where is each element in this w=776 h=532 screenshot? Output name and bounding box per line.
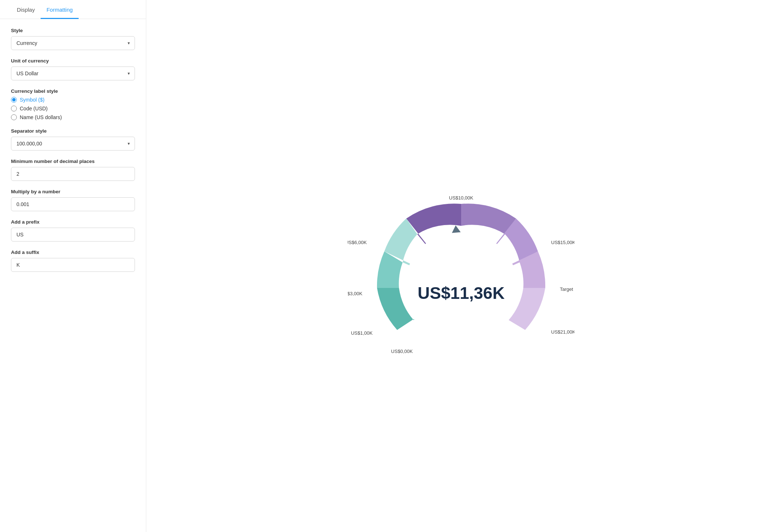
currency-label-style-label: Currency label style [11,88,135,94]
chart-container: US$10,00K US$15,00K US$21,00K US$6,00K U… [348,171,575,361]
style-select-wrapper: Currency Number Percentage ▾ [11,36,135,50]
radio-code[interactable]: Code (USD) [11,106,135,111]
right-panel: US$10,00K US$15,00K US$21,00K US$6,00K U… [146,0,776,532]
multiply-label: Multiply by a number [11,189,135,194]
label-6k: US$6,00K [348,240,367,245]
separator-style-select-wrapper: 100.000,00 100,000.00 100 000,00 ▾ [11,137,135,151]
separator-style-select[interactable]: 100.000,00 100,000.00 100 000,00 [11,137,135,151]
radio-symbol[interactable]: Symbol ($) [11,97,135,103]
min-decimal-group: Minimum number of decimal places [11,159,135,181]
tab-display[interactable]: Display [11,0,41,19]
unit-currency-select-wrapper: US Dollar Euro British Pound ▾ [11,66,135,80]
prefix-input[interactable] [11,228,135,242]
label-0k: US$0,00K [391,349,413,354]
radio-symbol-label: Symbol ($) [20,97,45,103]
style-select[interactable]: Currency Number Percentage [11,36,135,50]
style-label: Style [11,28,135,33]
label-3k: US$3,00K [348,291,362,296]
currency-label-style-group: Currency label style Symbol ($) Code (US… [11,88,135,120]
min-decimal-label: Minimum number of decimal places [11,159,135,164]
form-content: Style Currency Number Percentage ▾ Unit … [0,19,146,289]
label-10k: US$10,00K [449,195,474,201]
separator-style-label: Separator style [11,128,135,134]
suffix-label: Add a suffix [11,250,135,255]
min-decimal-input[interactable] [11,167,135,181]
radio-code-input[interactable] [11,106,17,111]
gauge-center-value: US$11,36K [418,284,505,303]
tab-formatting[interactable]: Formatting [41,0,79,19]
multiply-input[interactable] [11,197,135,211]
currency-label-style-radio-group: Symbol ($) Code (USD) Name (US dollars) [11,97,135,120]
label-15k: US$15,00K [551,240,575,245]
unit-currency-group: Unit of currency US Dollar Euro British … [11,58,135,80]
style-group: Style Currency Number Percentage ▾ [11,28,135,50]
radio-name[interactable]: Name (US dollars) [11,114,135,120]
suffix-input[interactable] [11,258,135,272]
radio-symbol-input[interactable] [11,97,17,103]
gauge-needle [451,225,461,233]
tabs-container: Display Formatting [0,0,146,19]
label-21k: US$21,00K [551,329,575,335]
radio-name-label: Name (US dollars) [20,114,62,120]
unit-currency-select[interactable]: US Dollar Euro British Pound [11,66,135,80]
radio-name-input[interactable] [11,114,17,120]
label-target-range: Target range [560,286,575,292]
prefix-group: Add a prefix [11,219,135,242]
unit-currency-label: Unit of currency [11,58,135,64]
left-panel: Display Formatting Style Currency Number… [0,0,146,532]
label-1k: US$1,00K [351,330,373,336]
separator-style-group: Separator style 100.000,00 100,000.00 10… [11,128,135,151]
suffix-group: Add a suffix [11,250,135,272]
gauge-chart: US$10,00K US$15,00K US$21,00K US$6,00K U… [348,171,575,361]
multiply-group: Multiply by a number [11,189,135,211]
radio-code-label: Code (USD) [20,106,48,111]
prefix-label: Add a prefix [11,219,135,225]
